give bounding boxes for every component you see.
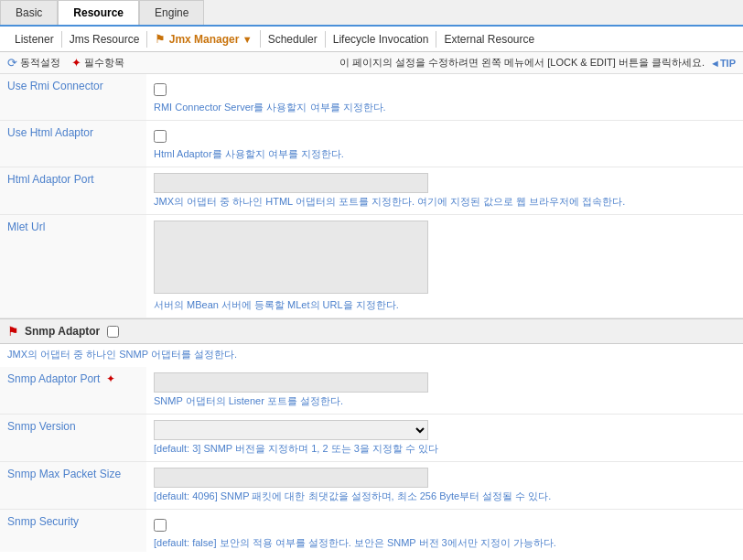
input-snmp-security[interactable]: [154, 519, 167, 532]
snmp-section-header: ⚑ Snmp Adaptor: [0, 318, 743, 344]
desc-use-html-adaptor: Html Adaptor를 사용할지 여부를 지정한다.: [154, 147, 736, 161]
toolbar-required[interactable]: ✦ 필수항목: [71, 56, 124, 70]
input-snmp-adaptor-port[interactable]: [154, 372, 428, 393]
input-snmp-max-packet-size[interactable]: [154, 468, 428, 488]
tab-resource[interactable]: Resource: [58, 0, 139, 25]
subnav-lifecycle-invocation[interactable]: Lifecycle Invocation: [326, 31, 437, 48]
row-html-adaptor-port: Html Adaptor Port JMX의 어댑터 중 하나인 HTML 어댑…: [0, 167, 743, 215]
row-snmp-security: Snmp Security [default: false] 보안의 적용 여부…: [0, 510, 743, 553]
row-snmp-version: Snmp Version [default: 3] SNMP 버전을 지정하며 …: [0, 415, 743, 462]
snmp-section-title: Snmp Adaptor: [25, 325, 100, 338]
subnav-jmx-manager[interactable]: ⚑ Jmx Manager ▼: [147, 30, 260, 48]
subnav-external-resource[interactable]: External Resource: [436, 31, 542, 48]
select-snmp-version[interactable]: [154, 420, 428, 440]
label-snmp-security: Snmp Security: [0, 510, 146, 553]
jmx-warn-icon: ⚑: [155, 32, 166, 46]
toolbar-notice: 이 페이지의 설정을 수정하려면 왼쪽 메뉴에서 [LOCK & EDIT] 버…: [339, 56, 705, 70]
warn-triangle-icon: ▼: [242, 34, 253, 45]
input-use-rmi-connector[interactable]: [154, 83, 167, 96]
label-mlet-url: Mlet Url: [0, 215, 146, 318]
row-snmp-adaptor-port: Snmp Adaptor Port ✦ SNMP 어댑터의 Listener 포…: [0, 367, 743, 415]
snmp-port-required-icon: ✦: [106, 372, 115, 385]
label-use-rmi-connector: Use Rmi Connector: [0, 74, 146, 121]
row-snmp-max-packet-size: Snmp Max Packet Size [default: 4096] SNM…: [0, 462, 743, 510]
label-html-adaptor-port: Html Adaptor Port: [0, 167, 146, 215]
snmp-enable-checkbox[interactable]: [107, 326, 119, 338]
row-use-html-adaptor: Use Html Adaptor Html Adaptor를 사용할지 여부를 …: [0, 121, 743, 167]
desc-mlet-url: 서버의 MBean 서버에 등록할 MLet의 URL을 지정한다.: [154, 298, 736, 312]
tip-badge: ◄TIP: [710, 58, 736, 69]
snmp-section-desc: JMX의 어댑터 중 하나인 SNMP 어댑터를 설정한다.: [0, 344, 743, 367]
desc-snmp-adaptor-port: SNMP 어댑터의 Listener 포트를 설정한다.: [154, 394, 736, 408]
desc-snmp-max-packet-size: [default: 4096] SNMP 패킷에 대한 최댓값을 설정하며, 최…: [154, 490, 736, 503]
desc-snmp-version: [default: 3] SNMP 버전을 지정하며 1, 2 또는 3을 지정…: [154, 442, 736, 456]
desc-html-adaptor-port: JMX의 어댑터 중 하나인 HTML 어댑터의 포트를 지정한다. 여기에 지…: [154, 195, 736, 209]
subnav-jms-resource[interactable]: Jms Resource: [62, 31, 148, 48]
input-mlet-url[interactable]: [154, 221, 428, 294]
desc-use-rmi-connector: RMI Connector Server를 사용할지 여부를 지정한다.: [154, 101, 736, 114]
label-use-html-adaptor: Use Html Adaptor: [0, 121, 146, 167]
subnav-scheduler[interactable]: Scheduler: [261, 31, 326, 48]
tab-basic[interactable]: Basic: [0, 0, 58, 25]
row-mlet-url: Mlet Url 서버의 MBean 서버에 등록할 MLet의 URL을 지정…: [0, 215, 743, 318]
subnav-listener[interactable]: Listener: [7, 31, 62, 48]
dynamic-icon: ⟳: [7, 56, 17, 70]
flag-icon: ⚑: [7, 324, 19, 339]
label-snmp-version: Snmp Version: [0, 415, 146, 462]
label-snmp-max-packet-size: Snmp Max Packet Size: [0, 462, 146, 510]
input-use-html-adaptor[interactable]: [154, 130, 167, 143]
toolbar-dynamic[interactable]: ⟳ 동적설정: [7, 56, 60, 70]
label-snmp-adaptor-port: Snmp Adaptor Port: [7, 372, 100, 385]
tab-engine[interactable]: Engine: [139, 0, 204, 25]
row-use-rmi-connector: Use Rmi Connector RMI Connector Server를 …: [0, 74, 743, 121]
desc-snmp-security: [default: false] 보안의 적용 여부를 설정한다. 보안은 SN…: [154, 536, 736, 550]
input-html-adaptor-port[interactable]: [154, 173, 428, 193]
required-icon: ✦: [71, 56, 81, 70]
